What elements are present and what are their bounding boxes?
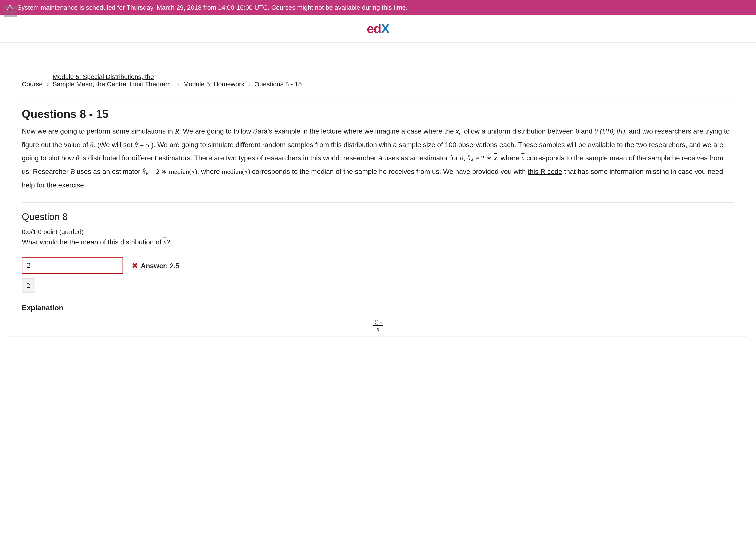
edx-logo[interactable]: edX xyxy=(367,21,389,36)
banner-text: System maintenance is scheduled for Thur… xyxy=(17,4,408,11)
math-theta-hat: θ xyxy=(76,154,79,162)
math-zero: 0 xyxy=(576,127,579,135)
answer-input[interactable] xyxy=(22,257,123,274)
intro-text: follow a uniform distribution between xyxy=(462,127,576,135)
intro-text: corresponds to the median of the sample … xyxy=(252,168,528,175)
math-fraction: ∑ x n xyxy=(373,319,383,332)
answer-row: ✖ Answer: 2.5 xyxy=(22,257,734,274)
question-prompt: What would be the mean of this distribut… xyxy=(22,238,734,246)
breadcrumb: Course › Module 5: Special Distributions… xyxy=(22,73,734,99)
chevron-right-icon: › xyxy=(46,80,49,88)
breadcrumb-course[interactable]: Course xyxy=(22,80,43,88)
math-theta-hat-B: θ xyxy=(142,168,146,175)
intro-text: Now we are going to perform some simulat… xyxy=(22,127,175,135)
intro-text: , where xyxy=(497,154,521,162)
intro-text: . We are going to follow Sara's example … xyxy=(179,127,456,135)
incorrect-icon: ✖ xyxy=(132,262,138,270)
math-eq: = 2 ∗ xyxy=(475,154,494,162)
math-xi: xi xyxy=(456,127,460,135)
chevron-right-icon: › xyxy=(177,80,180,88)
math-n: n xyxy=(373,326,383,332)
answer-feedback: ✖ Answer: 2.5 xyxy=(132,261,179,270)
math-sub-A: A xyxy=(471,157,474,163)
math-x: x xyxy=(380,320,382,325)
math-sub-B: B xyxy=(146,171,149,177)
math-B: B xyxy=(70,168,75,175)
prompt-text: What would be the mean of this distribut… xyxy=(22,238,163,246)
math-xbar: x xyxy=(521,154,524,162)
prompt-text: ? xyxy=(166,238,170,246)
math-eq: θ = 5 xyxy=(134,141,149,149)
math-eq: = 2 ∗ median(x) xyxy=(151,168,197,175)
math-theta-hat-A: θ xyxy=(467,154,471,162)
r-code-link[interactable]: this R code xyxy=(528,168,562,175)
logo-x: X xyxy=(381,21,389,36)
chevron-right-icon: › xyxy=(248,80,250,88)
math-A: A xyxy=(378,154,383,162)
breadcrumb-current: Questions 8 - 15 xyxy=(254,80,302,88)
math-R: R xyxy=(175,127,179,135)
question-title: Question 8 xyxy=(22,211,734,222)
math-sigma: ∑ xyxy=(374,319,378,325)
intro-paragraph: Now we are going to perform some simulat… xyxy=(22,125,734,203)
breadcrumb-homework[interactable]: Module 5: Homework xyxy=(183,80,244,88)
breadcrumb-module[interactable]: Module 5: Special Distributions, the Sam… xyxy=(53,73,173,88)
content-card: Course › Module 5: Special Distributions… xyxy=(9,56,747,337)
math-uniform: (U[0, θ]) xyxy=(600,127,625,135)
page-title: Questions 8 - 15 xyxy=(22,107,734,120)
question-grade: 0.0/1.0 point (graded) xyxy=(22,228,734,236)
math-theta: θ xyxy=(90,141,94,149)
answer-value-num: 2.5 xyxy=(170,262,179,270)
intro-text: uses as an estimator for xyxy=(384,154,460,162)
hamburger-menu-icon[interactable] xyxy=(4,5,17,18)
intro-text: and xyxy=(581,127,595,135)
intro-text: is distributed for different estimators.… xyxy=(81,154,378,162)
logo-d: d xyxy=(374,21,381,36)
math-median: median(x) xyxy=(222,168,250,175)
intro-text: . (We will set xyxy=(94,141,134,149)
explanation-body: ∑ x n xyxy=(22,319,734,332)
intro-text: uses as an estimator xyxy=(76,168,142,175)
math-xbar: x xyxy=(163,238,166,246)
intro-text: , where xyxy=(197,168,222,175)
maintenance-banner: System maintenance is scheduled for Thur… xyxy=(0,0,756,15)
math-theta: θ xyxy=(595,127,598,135)
logo-e: e xyxy=(367,21,373,36)
answer-label: Answer: xyxy=(141,262,168,270)
math-xbar: x xyxy=(494,154,497,162)
site-header: edX xyxy=(0,15,756,43)
answer-echo: 2 xyxy=(22,278,35,293)
explanation-heading: Explanation xyxy=(22,303,734,312)
math-theta: θ xyxy=(460,154,463,162)
